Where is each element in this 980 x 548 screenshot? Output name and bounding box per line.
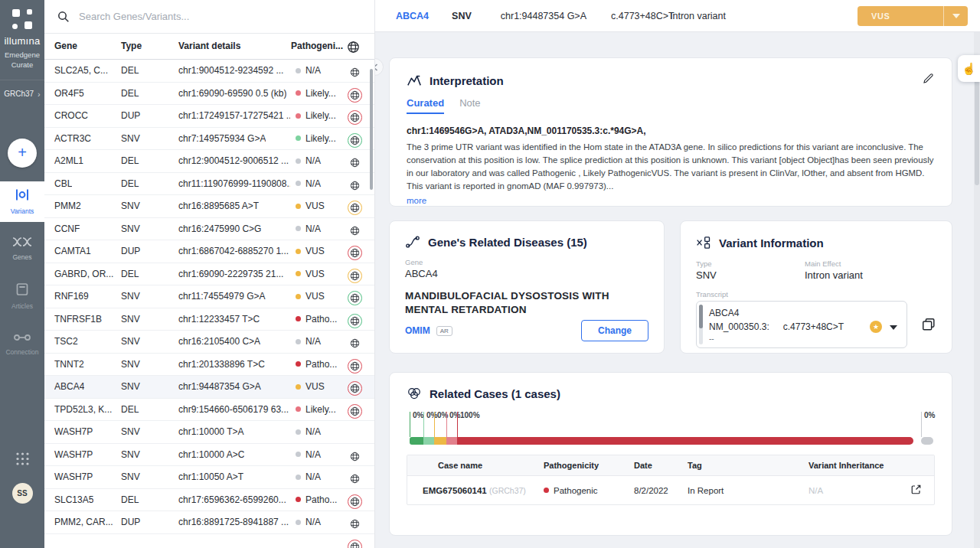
avatar[interactable]: SS bbox=[12, 483, 33, 504]
table-row[interactable]: ACTR3CSNVchr7:149575934 G>ALikely... bbox=[44, 128, 374, 151]
copy-icon[interactable] bbox=[921, 317, 936, 332]
cell-gene: CAMTA1 bbox=[54, 246, 91, 256]
omim-link[interactable]: OMIM bbox=[405, 325, 430, 336]
cell-type: DEL bbox=[121, 155, 139, 166]
table-row[interactable]: WASH7PSNVchr1:10000 A>CN/A bbox=[44, 444, 374, 467]
chevron-right-icon: › bbox=[38, 90, 41, 99]
table-row[interactable]: ABCA4SNVchr1:94487354 G>AVUS bbox=[44, 376, 374, 399]
globe-icon[interactable] bbox=[348, 404, 362, 419]
product-name: Emedgene Curate bbox=[5, 51, 40, 70]
genome-build-selector[interactable]: GRCh37 › bbox=[4, 90, 41, 99]
pathogenicity-dot bbox=[296, 384, 301, 390]
case-row[interactable]: EMG675060141 (GRCh37)Pathogenic8/2/2022I… bbox=[407, 475, 934, 504]
related-diseases-title: Gene's Related Diseases (15) bbox=[428, 236, 587, 249]
globe-icon[interactable] bbox=[348, 314, 362, 328]
column-header-gene[interactable]: Gene bbox=[54, 41, 77, 51]
cell-pathogenicity: N/A bbox=[296, 155, 321, 166]
sidebar-item-variants[interactable]: Variants bbox=[0, 181, 44, 222]
column-header-details[interactable]: Variant details bbox=[178, 41, 240, 51]
table-row[interactable]: CBLDELchr11:119076999-1190808...N/A bbox=[44, 173, 374, 196]
table-row[interactable]: OR4F5DELchr1:69090-69590 0.5 (kb)Likely.… bbox=[44, 83, 374, 106]
header-gene-link[interactable]: ABCA4 bbox=[396, 11, 429, 21]
sidebar-item-genes[interactable]: Genes bbox=[0, 229, 44, 269]
column-header-type[interactable]: Type bbox=[121, 41, 142, 51]
change-button[interactable]: Change bbox=[581, 320, 648, 341]
globe-icon[interactable] bbox=[348, 155, 362, 170]
globe-icon[interactable] bbox=[348, 88, 362, 103]
table-row[interactable]: CCNFSNVchr16:2475990 C>GN/A bbox=[44, 218, 374, 241]
table-row[interactable]: RNF169SNVchr11:74554979 G>AVUS bbox=[44, 285, 374, 308]
globe-icon[interactable] bbox=[348, 65, 362, 80]
tab-curated[interactable]: Curated bbox=[407, 97, 444, 114]
globe-icon[interactable] bbox=[348, 359, 362, 373]
search-input[interactable]: Search Genes/Variants... bbox=[44, 0, 374, 34]
tab-note[interactable]: Note bbox=[459, 97, 480, 114]
globe-icon[interactable] bbox=[348, 517, 362, 531]
globe-icon[interactable] bbox=[348, 471, 362, 486]
table-row[interactable]: TPD52L3, K...DELchr9:154660-6506179 63..… bbox=[44, 399, 374, 422]
sidebar-item-connection[interactable]: Connection bbox=[0, 324, 44, 364]
globe-icon[interactable] bbox=[348, 201, 362, 215]
pathogenicity-dot bbox=[544, 488, 549, 493]
cell-gene: WASH7P bbox=[54, 471, 93, 482]
sidebar-item-articles[interactable]: Articles bbox=[0, 276, 44, 317]
globe-icon[interactable] bbox=[348, 449, 362, 464]
transcript-selector[interactable]: ABCA4 NM_000350.3: c.4773+48C>T ★ -- bbox=[696, 301, 907, 348]
globe-icon[interactable] bbox=[348, 110, 362, 125]
chevron-down-icon[interactable] bbox=[943, 6, 968, 26]
table-row[interactable]: PMM2SNVchr16:8895685 A>TVUS bbox=[44, 195, 374, 218]
cell-pathogenicity: N/A bbox=[296, 336, 321, 347]
cases-column-header: Date bbox=[634, 461, 688, 470]
transcript-scrollbar[interactable] bbox=[699, 305, 703, 344]
collapse-panel-button[interactable] bbox=[375, 58, 384, 76]
pathogenicity-dot bbox=[296, 68, 301, 73]
table-row[interactable]: WASH7PSNVchr1:10050 A>TN/A bbox=[44, 466, 374, 489]
globe-icon[interactable] bbox=[348, 291, 362, 305]
column-header-pathogenicity[interactable]: Pathogeni... bbox=[291, 41, 343, 51]
globe-icon[interactable] bbox=[348, 381, 362, 396]
add-button[interactable]: + bbox=[8, 139, 37, 168]
more-link[interactable]: more bbox=[407, 196, 426, 205]
table-row[interactable] bbox=[44, 534, 374, 548]
globe-icon[interactable] bbox=[348, 246, 362, 260]
table-row[interactable]: GABRD, OR...DELchr1:69090-2229735 21...V… bbox=[44, 263, 374, 286]
open-case-icon[interactable] bbox=[910, 484, 922, 497]
main-scrollbar[interactable] bbox=[974, 32, 980, 548]
apps-grid-icon[interactable] bbox=[15, 452, 30, 466]
table-row[interactable]: SLC13A5DELchr17:6596362-6599260...Patho.… bbox=[44, 489, 374, 512]
cell-pathogenicity: N/A bbox=[296, 426, 321, 437]
edit-icon[interactable] bbox=[922, 72, 935, 88]
globe-column-icon[interactable] bbox=[347, 41, 360, 56]
globe-icon[interactable] bbox=[348, 494, 362, 509]
table-row[interactable]: PMM2, CAR...DUPchr16:8891725-8941887 ...… bbox=[44, 511, 374, 534]
cases-table: Case namePathogenicityDateTagVariant Inh… bbox=[407, 455, 935, 505]
globe-icon[interactable] bbox=[348, 269, 362, 283]
variant-info-card: Variant Information Type SNV Main Effect… bbox=[680, 220, 952, 354]
plus-icon: + bbox=[18, 144, 27, 161]
transcript-gene: ABCA4 bbox=[709, 308, 899, 318]
table-row[interactable]: SLC2A5, C...DELchr1:9004512-9234592 ...N… bbox=[44, 60, 374, 83]
table-row[interactable]: CAMTA1DUPchr1:6867042-6885270 1...VUS bbox=[44, 240, 374, 263]
table-row[interactable]: TNFRSF1BSNVchr1:12233457 T>CPatho... bbox=[44, 308, 374, 331]
globe-icon[interactable] bbox=[348, 133, 362, 148]
table-scrollbar[interactable] bbox=[370, 69, 373, 190]
table-row[interactable]: CROCCDUPchr1:17249157-17275421 ...Likely… bbox=[44, 105, 374, 128]
variant-info-title: Variant Information bbox=[719, 236, 824, 250]
cell-pathogenicity: N/A bbox=[296, 65, 321, 76]
brand-name: illumına bbox=[4, 35, 40, 47]
table-row[interactable]: A2ML1DELchr12:9004512-9006512 ...N/A bbox=[44, 150, 374, 173]
globe-icon[interactable] bbox=[348, 540, 362, 548]
globe-icon[interactable] bbox=[348, 223, 362, 238]
globe-icon[interactable] bbox=[348, 336, 362, 351]
hand-pointer-tab[interactable]: ☝ bbox=[958, 55, 980, 82]
transcript-chevron-down-icon[interactable] bbox=[890, 321, 897, 332]
table-row[interactable]: WASH7PSNVchr1:10000 T>AN/A bbox=[44, 421, 374, 444]
sidebar-nav: VariantsGenesArticlesConnection bbox=[0, 181, 44, 371]
table-row[interactable]: TNNT2SNVchr1:201338896 T>CPatho... bbox=[44, 354, 374, 377]
classification-dropdown[interactable]: VUS bbox=[858, 6, 968, 26]
pathogenicity-dot bbox=[296, 429, 301, 435]
table-row[interactable]: TSC2SNVchr16:2105400 C>AN/A bbox=[44, 331, 374, 354]
cell-pathogenicity: VUS bbox=[296, 246, 325, 256]
globe-icon[interactable] bbox=[348, 178, 362, 193]
pathogenicity-dot bbox=[296, 158, 301, 164]
